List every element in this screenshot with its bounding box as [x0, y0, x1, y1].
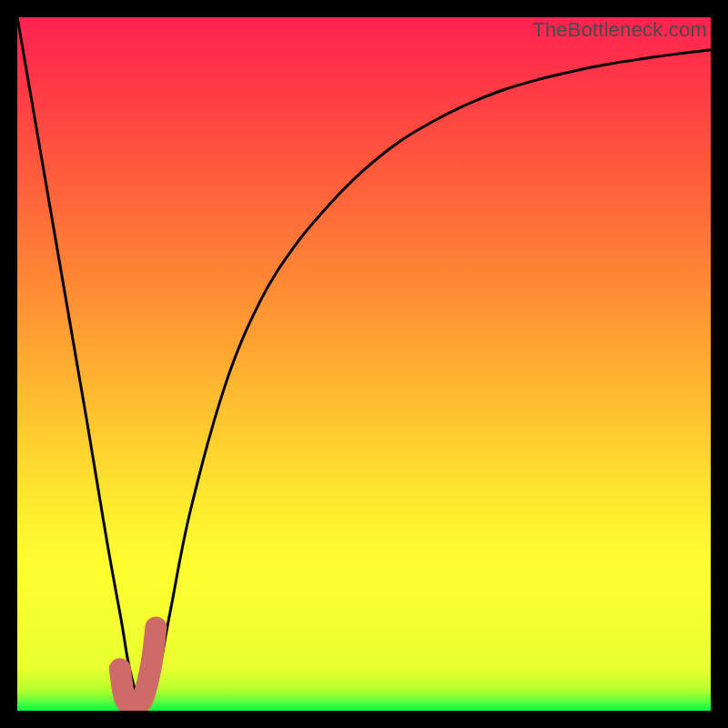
plot-area: TheBottleneck.com — [17, 17, 711, 711]
chart-canvas — [17, 17, 711, 711]
gradient-background — [17, 17, 711, 711]
chart-frame: TheBottleneck.com — [0, 0, 728, 728]
watermark-text: TheBottleneck.com — [532, 18, 707, 42]
